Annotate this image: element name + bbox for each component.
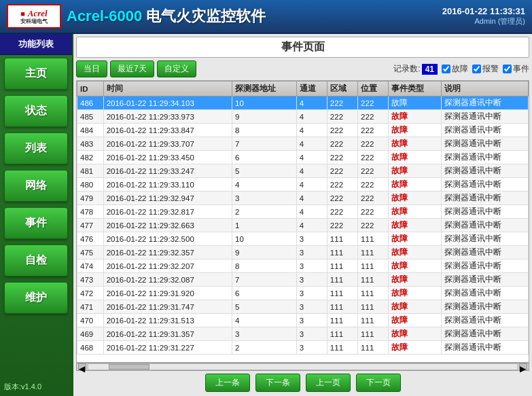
cell-type: 故障 (389, 246, 442, 259)
cell-location: 111 (358, 287, 389, 300)
horizontal-scrollbar[interactable]: ◀ ▶ (76, 363, 529, 371)
sidebar-item-home[interactable]: 主页 (4, 58, 68, 90)
cell-area: 111 (327, 300, 357, 314)
events-table-container[interactable]: ID 时间 探测器地址 通道 区域 位置 事件类型 说明 486 2016-01… (76, 80, 529, 363)
table-row[interactable]: 482 2016-01-22 11:29:33.450 6 4 222 222 … (77, 151, 529, 164)
next-page-button[interactable]: 下一页 (356, 374, 401, 392)
cell-area: 111 (327, 314, 357, 327)
cell-location: 222 (358, 124, 389, 137)
col-time: 时间 (103, 82, 232, 96)
record-value: 41 (422, 64, 438, 75)
table-row[interactable]: 480 2016-01-22 11:29:33.110 4 4 222 222 … (77, 178, 529, 192)
sidebar-item-network[interactable]: 网络 (4, 170, 68, 202)
cell-id: 475 (77, 246, 104, 259)
table-row[interactable]: 477 2016-01-22 11:29:32.663 1 4 222 222 … (77, 219, 529, 232)
record-label: 记录数: (393, 63, 420, 75)
scroll-track[interactable] (88, 363, 518, 370)
table-row[interactable]: 476 2016-01-22 11:29:32.500 10 3 111 111… (77, 232, 529, 246)
cell-addr: 9 (232, 246, 297, 259)
cell-addr: 2 (232, 205, 297, 219)
cell-area: 222 (327, 124, 357, 137)
cell-addr: 6 (232, 287, 297, 300)
table-row[interactable]: 481 2016-01-22 11:29:33.247 5 4 222 222 … (77, 164, 529, 178)
cell-location: 222 (358, 219, 389, 232)
logo-top: ■ Acrel (20, 8, 47, 18)
user-label: Admin (管理员) (442, 16, 525, 26)
cell-desc: 探测器通讯中断 (442, 259, 529, 273)
alarm-checkbox-item: 报警 (472, 63, 499, 75)
table-row[interactable]: 473 2016-01-22 11:29:32.087 7 3 111 111 … (77, 273, 529, 287)
table-row[interactable]: 472 2016-01-22 11:29:31.920 6 3 111 111 … (77, 287, 529, 300)
today-button[interactable]: 当日 (76, 60, 107, 77)
scroll-thumb[interactable] (109, 364, 149, 370)
table-row[interactable]: 478 2016-01-22 11:29:32.817 2 4 222 222 … (77, 205, 529, 219)
cell-type: 故障 (389, 232, 442, 246)
cell-desc: 探测器通讯中断 (442, 327, 529, 341)
table-row[interactable]: 474 2016-01-22 11:29:32.207 8 3 111 111 … (77, 259, 529, 273)
events-table: ID 时间 探测器地址 通道 区域 位置 事件类型 说明 486 2016-01… (77, 81, 529, 355)
sidebar-item-status[interactable]: 状态 (4, 95, 68, 127)
cell-addr: 10 (232, 232, 297, 246)
table-row[interactable]: 483 2016-01-22 11:29:33.707 7 4 222 222 … (77, 137, 529, 151)
cell-channel: 4 (296, 151, 327, 164)
table-row[interactable]: 475 2016-01-22 11:29:32.357 9 3 111 111 … (77, 246, 529, 259)
cell-type: 故障 (389, 341, 442, 355)
table-row[interactable]: 484 2016-01-22 11:29:33.847 8 4 222 222 … (77, 124, 529, 137)
cell-time: 2016-01-22 11:29:31.513 (103, 314, 232, 327)
cell-area: 222 (327, 192, 357, 205)
table-row[interactable]: 469 2016-01-22 11:29:31.357 3 3 111 111 … (77, 327, 529, 341)
table-row[interactable]: 479 2016-01-22 11:29:32.947 3 4 222 222 … (77, 192, 529, 205)
table-body: 486 2016-01-22 11:29:34.103 10 4 222 222… (77, 96, 529, 355)
cell-desc: 探测器通讯中断 (442, 151, 529, 164)
cell-area: 111 (327, 246, 357, 259)
cell-type: 故障 (389, 287, 442, 300)
cell-type: 故障 (389, 300, 442, 314)
table-row[interactable]: 486 2016-01-22 11:29:34.103 10 4 222 222… (77, 96, 529, 110)
cell-channel: 3 (296, 232, 327, 246)
sidebar-item-maintain[interactable]: 维护 (4, 282, 68, 314)
cell-time: 2016-01-22 11:29:32.087 (103, 273, 232, 287)
cell-area: 222 (327, 137, 357, 151)
scroll-right-arrow[interactable]: ▶ (519, 363, 527, 370)
sidebar-item-selfcheck[interactable]: 自检 (4, 245, 68, 276)
last7days-button[interactable]: 最近7天 (110, 60, 154, 77)
cell-type: 故障 (389, 124, 442, 137)
event-checkbox[interactable] (503, 65, 512, 73)
scroll-left-arrow[interactable]: ◀ (78, 363, 86, 370)
table-row[interactable]: 470 2016-01-22 11:29:31.513 4 3 111 111 … (77, 314, 529, 327)
cell-time: 2016-01-22 11:29:33.707 (103, 137, 232, 151)
table-row[interactable]: 468 2016-01-22 11:29:31.227 2 3 111 111 … (77, 341, 529, 355)
cell-id: 480 (77, 178, 104, 192)
prev-page-button[interactable]: 上一页 (306, 374, 351, 392)
cell-addr: 4 (232, 178, 297, 192)
cell-type: 故障 (389, 164, 442, 178)
cell-addr: 9 (232, 110, 297, 124)
cell-channel: 4 (296, 219, 327, 232)
cell-id: 470 (77, 314, 104, 327)
sidebar-item-list[interactable]: 列表 (4, 132, 68, 164)
cell-channel: 4 (296, 124, 327, 137)
cell-addr: 8 (232, 124, 297, 137)
cell-location: 111 (358, 232, 389, 246)
cell-time: 2016-01-22 11:29:31.227 (103, 341, 232, 355)
alarm-checkbox[interactable] (472, 65, 481, 73)
custom-button[interactable]: 自定义 (157, 60, 196, 77)
cell-area: 111 (327, 341, 357, 355)
cell-type: 故障 (389, 259, 442, 273)
cell-area: 222 (327, 151, 357, 164)
prev-record-button[interactable]: 上一条 (205, 374, 250, 392)
cell-desc: 探测器通讯中断 (442, 178, 529, 192)
event-label: 事件 (513, 63, 529, 75)
toolbar-right: 记录数: 41 故障 报警 事件 (393, 63, 529, 75)
cell-time: 2016-01-22 11:29:32.500 (103, 232, 232, 246)
table-row[interactable]: 485 2016-01-22 11:29:33.973 9 4 222 222 … (77, 110, 529, 124)
next-record-button[interactable]: 下一条 (255, 374, 300, 392)
sidebar-item-events[interactable]: 事件 (4, 207, 68, 239)
cell-desc: 探测器通讯中断 (442, 219, 529, 232)
version-label: 版本:v1.4.0 (0, 378, 72, 396)
cell-time: 2016-01-22 11:29:32.663 (103, 219, 232, 232)
table-row[interactable]: 471 2016-01-22 11:29:31.747 5 3 111 111 … (77, 300, 529, 314)
fault-checkbox[interactable] (442, 65, 450, 73)
cell-type: 故障 (389, 137, 442, 151)
table-header: ID 时间 探测器地址 通道 区域 位置 事件类型 说明 (77, 82, 529, 96)
